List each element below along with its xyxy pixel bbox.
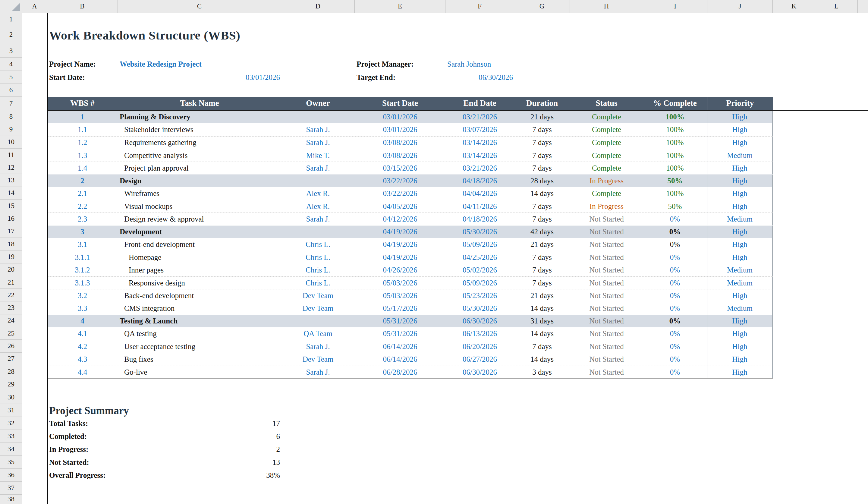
- row-header-10[interactable]: 10: [0, 136, 22, 148]
- row-header-5[interactable]: 5: [0, 71, 22, 83]
- task-cell[interactable]: Development: [118, 226, 281, 238]
- owner-cell[interactable]: Chris L.: [281, 264, 355, 276]
- task-cell[interactable]: Design: [118, 175, 281, 187]
- end-date-cell[interactable]: 03/14/2026: [445, 136, 514, 149]
- status-cell[interactable]: Not Started: [570, 289, 643, 302]
- row-header-23[interactable]: 23: [0, 301, 22, 314]
- summary-label[interactable]: Not Started:: [49, 456, 89, 469]
- summary-title[interactable]: Project Summary: [49, 404, 129, 417]
- summary-value[interactable]: 2: [118, 443, 280, 456]
- task-cell[interactable]: Homepage: [118, 251, 281, 264]
- column-header-priority[interactable]: Priority: [707, 97, 773, 110]
- task-cell[interactable]: QA testing: [118, 327, 281, 340]
- task-cell[interactable]: Planning & Discovery: [118, 111, 281, 123]
- column-header-C[interactable]: C: [118, 0, 281, 13]
- start-date-cell[interactable]: 04/19/2026: [355, 226, 445, 238]
- owner-cell[interactable]: Sarah J.: [281, 340, 355, 353]
- summary-label[interactable]: In Progress:: [49, 443, 88, 456]
- column-header-start-date[interactable]: Start Date: [355, 97, 445, 110]
- status-cell[interactable]: Complete: [570, 111, 643, 123]
- start-date-cell[interactable]: 04/19/2026: [355, 251, 445, 264]
- wbs-cell[interactable]: 1.3: [47, 149, 118, 162]
- wbs-cell[interactable]: 3.1.3: [47, 277, 118, 289]
- row-header-12[interactable]: 12: [0, 161, 22, 174]
- row-header-22[interactable]: 22: [0, 289, 22, 301]
- priority-cell[interactable]: High: [707, 162, 773, 174]
- status-cell[interactable]: Not Started: [570, 251, 643, 264]
- task-cell[interactable]: User acceptance testing: [118, 340, 281, 353]
- wbs-cell[interactable]: 3.3: [47, 302, 118, 315]
- status-cell[interactable]: Not Started: [570, 277, 643, 289]
- row-header-34[interactable]: 34: [0, 443, 22, 456]
- status-cell[interactable]: In Progress: [570, 200, 643, 213]
- task-cell[interactable]: Competitive analysis: [118, 149, 281, 162]
- row-header-16[interactable]: 16: [0, 212, 22, 225]
- priority-cell[interactable]: Medium: [707, 264, 773, 276]
- row-header-32[interactable]: 32: [0, 417, 22, 430]
- priority-cell[interactable]: High: [707, 187, 773, 200]
- task-cell[interactable]: Front-end development: [118, 238, 281, 251]
- status-cell[interactable]: Not Started: [570, 315, 643, 327]
- owner-cell[interactable]: Sarah J.: [281, 213, 355, 225]
- column-header-L[interactable]: L: [815, 0, 858, 13]
- wbs-cell[interactable]: 2.3: [47, 213, 118, 225]
- task-cell[interactable]: Inner pages: [118, 264, 281, 276]
- status-cell[interactable]: Complete: [570, 123, 643, 136]
- task-cell[interactable]: Back-end development: [118, 289, 281, 302]
- duration-cell[interactable]: 7 days: [514, 264, 570, 276]
- priority-cell[interactable]: High: [707, 251, 773, 264]
- task-cell[interactable]: Responsive design: [118, 277, 281, 289]
- summary-value[interactable]: 6: [118, 430, 280, 443]
- percent-complete-cell[interactable]: 50%: [643, 200, 707, 213]
- owner-cell[interactable]: Mike T.: [281, 149, 355, 162]
- row-header-14[interactable]: 14: [0, 187, 22, 199]
- duration-cell[interactable]: 7 days: [514, 251, 570, 264]
- duration-cell[interactable]: 14 days: [514, 302, 570, 315]
- percent-complete-cell[interactable]: 0%: [643, 302, 707, 315]
- end-date-cell[interactable]: 05/09/2026: [445, 238, 514, 251]
- status-cell[interactable]: Not Started: [570, 238, 643, 251]
- priority-cell[interactable]: High: [707, 366, 773, 378]
- wbs-cell[interactable]: 1.4: [47, 162, 118, 174]
- summary-value[interactable]: 17: [118, 417, 280, 430]
- duration-cell[interactable]: 28 days: [514, 175, 570, 187]
- percent-complete-cell[interactable]: 0%: [643, 366, 707, 378]
- start-date-label[interactable]: Start Date:: [49, 71, 85, 84]
- duration-cell[interactable]: 7 days: [514, 162, 570, 174]
- task-cell[interactable]: Testing & Launch: [118, 315, 281, 327]
- duration-cell[interactable]: 14 days: [514, 353, 570, 366]
- wbs-cell[interactable]: 3.1: [47, 238, 118, 251]
- end-date-cell[interactable]: 03/21/2026: [445, 111, 514, 123]
- task-cell[interactable]: Requirements gathering: [118, 136, 281, 149]
- task-cell[interactable]: Stakeholder interviews: [118, 123, 281, 136]
- priority-cell[interactable]: High: [707, 111, 773, 123]
- row-header-3[interactable]: 3: [0, 44, 22, 58]
- column-header-wbs[interactable]: WBS #: [47, 97, 118, 110]
- percent-complete-cell[interactable]: 100%: [643, 149, 707, 162]
- wbs-cell[interactable]: 1: [47, 111, 118, 123]
- duration-cell[interactable]: 31 days: [514, 315, 570, 327]
- row-header-38[interactable]: 38: [0, 495, 22, 504]
- column-header-B[interactable]: B: [47, 0, 118, 13]
- end-date-cell[interactable]: 06/20/2026: [445, 340, 514, 353]
- status-cell[interactable]: Not Started: [570, 264, 643, 276]
- percent-complete-cell[interactable]: 0%: [643, 226, 707, 238]
- wbs-cell[interactable]: 4.1: [47, 327, 118, 340]
- row-header-24[interactable]: 24: [0, 315, 22, 327]
- task-cell[interactable]: Project plan approval: [118, 162, 281, 174]
- row-header-31[interactable]: 31: [0, 404, 22, 417]
- duration-cell[interactable]: 21 days: [514, 111, 570, 123]
- status-cell[interactable]: In Progress: [570, 175, 643, 187]
- priority-cell[interactable]: High: [707, 327, 773, 340]
- wbs-cell[interactable]: 3.1.1: [47, 251, 118, 264]
- duration-cell[interactable]: 3 days: [514, 366, 570, 378]
- start-date-cell[interactable]: 06/28/2026: [355, 366, 445, 378]
- wbs-cell[interactable]: 3.2: [47, 289, 118, 302]
- duration-cell[interactable]: 7 days: [514, 200, 570, 213]
- task-cell[interactable]: Design review & approval: [118, 213, 281, 225]
- owner-cell[interactable]: [281, 315, 355, 327]
- task-cell[interactable]: CMS integration: [118, 302, 281, 315]
- wbs-cell[interactable]: 2.2: [47, 200, 118, 213]
- start-date-cell[interactable]: 04/19/2026: [355, 238, 445, 251]
- percent-complete-cell[interactable]: 0%: [643, 315, 707, 327]
